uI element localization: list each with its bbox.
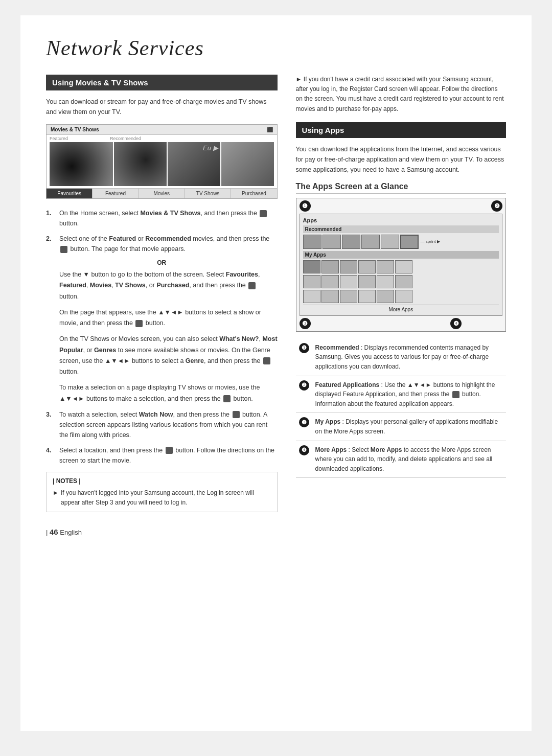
my-app-12 bbox=[395, 275, 412, 288]
my-app-15 bbox=[340, 290, 357, 303]
tv-box-images: Eu ▶ bbox=[47, 142, 277, 188]
right-column: ► If you don't have a credit card associ… bbox=[296, 75, 506, 512]
nav-item-movies[interactable]: Movies bbox=[139, 189, 185, 198]
desc-row-2: ❷ Featured Applications : Use the ▲▼◄► b… bbox=[296, 376, 506, 413]
nav-item-featured[interactable]: Featured bbox=[93, 189, 139, 198]
indent-block-2: On the page that appears, use the ▲▼◄► b… bbox=[59, 307, 278, 329]
my-app-4 bbox=[358, 260, 376, 273]
desc-num-4: ❹ bbox=[296, 441, 312, 478]
btn-icon-8 bbox=[166, 447, 173, 454]
circle-3: ❸ bbox=[300, 318, 311, 329]
step4-num: 4. bbox=[46, 445, 55, 466]
tv-box-icon: ⬛ bbox=[267, 127, 273, 132]
my-app-8 bbox=[321, 275, 339, 288]
left-column: Using Movies & TV Shows You can download… bbox=[46, 75, 278, 512]
apps-diagram: ❶ ❷ Apps Recommended bbox=[296, 198, 506, 332]
circle-2: ❷ bbox=[491, 200, 502, 212]
step4-content: Select a location, and then press the bu… bbox=[59, 445, 278, 466]
desc-num-3: ❸ bbox=[296, 413, 312, 441]
desc-text-2: Featured Applications : Use the ▲▼◄► but… bbox=[312, 376, 506, 413]
indent-block-1: Use the ▼ button to go to the bottom of … bbox=[59, 269, 278, 302]
indent-block-3: On the TV Shows or Movies screen, you ca… bbox=[59, 334, 278, 377]
note-arrow-2: ► bbox=[296, 76, 302, 83]
more-apps-label: More Apps bbox=[303, 305, 499, 312]
section1-intro: You can download or stream for pay and f… bbox=[46, 97, 278, 117]
my-app-14 bbox=[321, 290, 339, 303]
or-divider: OR bbox=[46, 259, 278, 266]
desc-circle-4: ❹ bbox=[299, 445, 309, 455]
section2-header: Using Apps bbox=[296, 122, 506, 138]
my-app-6 bbox=[395, 260, 412, 273]
desc-row-3: ❸ My Apps : Displays your personal galle… bbox=[296, 413, 506, 441]
desc-circle-1: ❶ bbox=[299, 343, 309, 353]
step-2: 2. Select one of the Featured or Recomme… bbox=[46, 234, 278, 254]
nav-item-tvshows[interactable]: TV Shows bbox=[185, 189, 231, 198]
recommended-section-label: Recommended bbox=[303, 225, 499, 233]
step3-num: 3. bbox=[46, 409, 55, 440]
notes-label: | NOTES | bbox=[53, 476, 271, 486]
circle-1: ❶ bbox=[300, 200, 311, 212]
rec-app-4 bbox=[361, 235, 380, 249]
nav-item-favourites[interactable]: Favourites bbox=[47, 189, 93, 198]
nav-item-purchased[interactable]: Purchased bbox=[231, 189, 277, 198]
step1-num: 1. bbox=[46, 208, 55, 228]
page-lang: English bbox=[60, 529, 82, 536]
my-app-5 bbox=[377, 260, 394, 273]
step-1: 1. On the Home screen, select Movies & T… bbox=[46, 208, 278, 228]
my-app-10 bbox=[358, 275, 376, 288]
btn-icon-desc bbox=[452, 391, 459, 398]
tv-shows-box: Movies & TV Shows ⬛ Featured Recommended… bbox=[46, 124, 278, 199]
my-apps-row-2 bbox=[303, 275, 499, 288]
notes-box: | NOTES | ► If you haven't logged into y… bbox=[46, 472, 278, 513]
my-app-13 bbox=[303, 290, 320, 303]
diagram-wrapper: ❶ ❷ Apps Recommended bbox=[296, 198, 505, 331]
desc-text-4: More Apps : Select More Apps to access t… bbox=[312, 441, 506, 478]
desc-num-1: ❶ bbox=[296, 339, 312, 376]
rec-app-1 bbox=[303, 235, 321, 249]
note-2-text: If you don't have a credit card associat… bbox=[296, 76, 504, 112]
tv-box-nav: Favourites Featured Movies TV Shows Purc… bbox=[47, 188, 277, 198]
diagram-bottom-row: ❸ ❹ bbox=[300, 318, 502, 329]
note-2-block: ► If you don't have a credit card associ… bbox=[296, 75, 506, 114]
recommended-row: — sprint ▶ bbox=[303, 235, 499, 249]
step1-content: On the Home screen, select Movies & TV S… bbox=[59, 208, 278, 228]
page-footer: | 46 English bbox=[46, 528, 506, 536]
btn-icon bbox=[260, 210, 267, 217]
apps-label: Apps bbox=[303, 217, 499, 223]
step3-content: To watch a selection, select Watch Now, … bbox=[59, 409, 278, 440]
my-apps-row-3 bbox=[303, 290, 499, 303]
desc-text-3: My Apps : Displays your personal gallery… bbox=[312, 413, 506, 441]
indent-block-4: To make a selection on a page displaying… bbox=[59, 382, 278, 404]
btn-icon-2 bbox=[60, 246, 67, 253]
my-app-17 bbox=[377, 290, 394, 303]
desc-row-4: ❹ More Apps : Select More Apps to access… bbox=[296, 441, 506, 478]
note-1: ► If you haven't logged into your Samsun… bbox=[53, 488, 271, 508]
desc-num-2: ❷ bbox=[296, 376, 312, 413]
sprint-badge: — sprint ▶ bbox=[421, 239, 440, 244]
circle-4: ❹ bbox=[450, 318, 462, 329]
step-4: 4. Select a location, and then press the… bbox=[46, 445, 278, 466]
my-app-7 bbox=[303, 275, 320, 288]
rec-app-5 bbox=[381, 235, 399, 249]
note-arrow-1: ► bbox=[53, 488, 58, 508]
my-apps-label: My Apps bbox=[303, 251, 499, 259]
tv-box-title: Movies & TV Shows bbox=[51, 127, 99, 132]
tv-image-4 bbox=[221, 142, 274, 186]
rec-app-3 bbox=[342, 235, 360, 249]
rec-app-featured bbox=[400, 235, 419, 249]
tv-image-1 bbox=[50, 142, 113, 186]
desc-circle-3: ❸ bbox=[299, 417, 309, 427]
tv-image-2 bbox=[114, 142, 167, 186]
section2-intro: You can download the applications from t… bbox=[296, 144, 506, 175]
page-container: Network Services Using Movies & TV Shows… bbox=[20, 15, 532, 731]
page-number: 46 bbox=[50, 528, 58, 536]
my-app-18 bbox=[395, 290, 412, 303]
overlay-text: Eu ▶ bbox=[203, 144, 218, 152]
tv-box-labels-row: Featured Recommended bbox=[47, 135, 277, 142]
btn-icon-4 bbox=[135, 320, 143, 327]
steps-section: 1. On the Home screen, select Movies & T… bbox=[46, 208, 278, 254]
my-apps-row-1 bbox=[303, 260, 499, 273]
my-app-9 bbox=[340, 275, 357, 288]
my-app-2 bbox=[321, 260, 339, 273]
btn-icon-7 bbox=[233, 411, 240, 418]
